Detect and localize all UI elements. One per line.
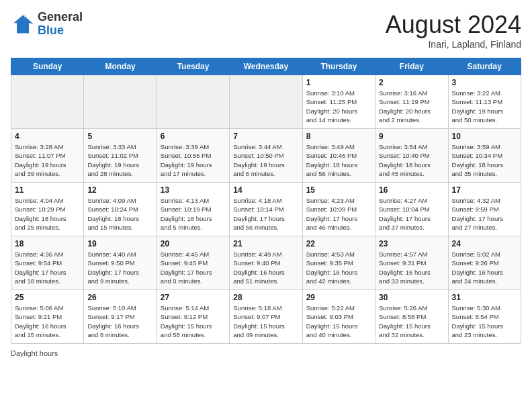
day-info: Sunrise: 5:10 AM Sunset: 9:17 PM Dayligh… xyxy=(87,304,152,339)
day-number: 8 xyxy=(306,132,371,141)
day-info: Sunrise: 4:49 AM Sunset: 9:40 PM Dayligh… xyxy=(233,250,298,285)
table-row: 24Sunrise: 5:02 AM Sunset: 9:26 PM Dayli… xyxy=(448,236,521,290)
calendar-week-row: 1Sunrise: 3:10 AM Sunset: 11:25 PM Dayli… xyxy=(11,75,521,129)
day-info: Sunrise: 4:57 AM Sunset: 9:31 PM Dayligh… xyxy=(379,250,444,285)
table-row: 29Sunrise: 5:22 AM Sunset: 9:03 PM Dayli… xyxy=(302,290,375,344)
day-number: 24 xyxy=(452,239,517,248)
day-info: Sunrise: 5:22 AM Sunset: 9:03 PM Dayligh… xyxy=(306,304,371,339)
day-info: Sunrise: 3:59 AM Sunset: 10:34 PM Daylig… xyxy=(452,142,517,178)
day-info: Sunrise: 5:14 AM Sunset: 9:12 PM Dayligh… xyxy=(161,304,226,339)
day-number: 26 xyxy=(87,293,152,302)
table-row: 12Sunrise: 4:09 AM Sunset: 10:24 PM Dayl… xyxy=(84,183,157,236)
table-row: 20Sunrise: 4:45 AM Sunset: 9:45 PM Dayli… xyxy=(157,236,229,290)
table-row: 1Sunrise: 3:10 AM Sunset: 11:25 PM Dayli… xyxy=(302,75,375,129)
day-number: 28 xyxy=(233,293,298,302)
calendar-table: Sunday Monday Tuesday Wednesday Thursday… xyxy=(11,58,521,344)
col-wednesday: Wednesday xyxy=(230,58,302,75)
day-number: 4 xyxy=(15,132,80,141)
page-header: General Blue August 2024 Inari, Lapland,… xyxy=(11,11,521,50)
col-friday: Friday xyxy=(375,58,448,75)
table-row xyxy=(230,75,302,129)
day-info: Sunrise: 4:53 AM Sunset: 9:35 PM Dayligh… xyxy=(306,250,371,285)
day-info: Sunrise: 5:30 AM Sunset: 8:54 PM Dayligh… xyxy=(452,304,517,339)
day-info: Sunrise: 3:39 AM Sunset: 10:56 PM Daylig… xyxy=(161,142,226,178)
day-number: 11 xyxy=(15,185,80,195)
day-info: Sunrise: 3:28 AM Sunset: 11:07 PM Daylig… xyxy=(15,142,80,178)
day-info: Sunrise: 3:16 AM Sunset: 11:19 PM Daylig… xyxy=(379,89,444,124)
day-info: Sunrise: 4:45 AM Sunset: 9:45 PM Dayligh… xyxy=(161,250,226,285)
day-info: Sunrise: 3:10 AM Sunset: 11:25 PM Daylig… xyxy=(306,89,371,124)
footer: Daylight hours xyxy=(11,349,521,357)
day-info: Sunrise: 5:06 AM Sunset: 9:21 PM Dayligh… xyxy=(15,304,80,339)
day-number: 15 xyxy=(306,185,371,195)
day-info: Sunrise: 4:18 AM Sunset: 10:14 PM Daylig… xyxy=(233,196,298,232)
table-row: 22Sunrise: 4:53 AM Sunset: 9:35 PM Dayli… xyxy=(302,236,375,290)
day-number: 16 xyxy=(379,185,444,195)
daylight-hours-label: Daylight hours xyxy=(11,349,58,357)
calendar-week-row: 25Sunrise: 5:06 AM Sunset: 9:21 PM Dayli… xyxy=(11,290,521,344)
month-year-title: August 2024 xyxy=(386,11,521,39)
day-number: 20 xyxy=(161,239,226,248)
table-row: 5Sunrise: 3:33 AM Sunset: 11:02 PM Dayli… xyxy=(84,129,157,183)
table-row: 16Sunrise: 4:27 AM Sunset: 10:04 PM Dayl… xyxy=(375,183,448,236)
table-row: 21Sunrise: 4:49 AM Sunset: 9:40 PM Dayli… xyxy=(230,236,302,290)
day-info: Sunrise: 4:04 AM Sunset: 10:29 PM Daylig… xyxy=(15,196,80,232)
table-row: 7Sunrise: 3:44 AM Sunset: 10:50 PM Dayli… xyxy=(230,129,302,183)
table-row: 26Sunrise: 5:10 AM Sunset: 9:17 PM Dayli… xyxy=(84,290,157,344)
table-row: 6Sunrise: 3:39 AM Sunset: 10:56 PM Dayli… xyxy=(157,129,229,183)
day-info: Sunrise: 4:36 AM Sunset: 9:54 PM Dayligh… xyxy=(15,250,80,285)
location-subtitle: Inari, Lapland, Finland xyxy=(386,39,521,50)
day-number: 7 xyxy=(233,132,298,141)
day-number: 18 xyxy=(15,239,80,248)
day-number: 5 xyxy=(87,132,152,141)
logo-general-text: General xyxy=(38,11,83,24)
col-monday: Monday xyxy=(84,58,157,75)
table-row: 14Sunrise: 4:18 AM Sunset: 10:14 PM Dayl… xyxy=(230,183,302,236)
table-row: 23Sunrise: 4:57 AM Sunset: 9:31 PM Dayli… xyxy=(375,236,448,290)
header-row: Sunday Monday Tuesday Wednesday Thursday… xyxy=(11,58,521,75)
table-row xyxy=(84,75,157,129)
table-row xyxy=(157,75,229,129)
col-sunday: Sunday xyxy=(11,58,84,75)
day-info: Sunrise: 3:44 AM Sunset: 10:50 PM Daylig… xyxy=(233,142,298,178)
day-number: 30 xyxy=(379,293,444,302)
day-info: Sunrise: 4:27 AM Sunset: 10:04 PM Daylig… xyxy=(379,196,444,232)
day-info: Sunrise: 3:54 AM Sunset: 10:40 PM Daylig… xyxy=(379,142,444,178)
table-row: 28Sunrise: 5:18 AM Sunset: 9:07 PM Dayli… xyxy=(230,290,302,344)
day-number: 6 xyxy=(161,132,226,141)
table-row: 30Sunrise: 5:26 AM Sunset: 8:58 PM Dayli… xyxy=(375,290,448,344)
day-number: 14 xyxy=(233,185,298,195)
day-info: Sunrise: 5:18 AM Sunset: 9:07 PM Dayligh… xyxy=(233,304,298,339)
table-row: 18Sunrise: 4:36 AM Sunset: 9:54 PM Dayli… xyxy=(11,236,84,290)
day-info: Sunrise: 3:22 AM Sunset: 11:13 PM Daylig… xyxy=(452,89,517,124)
table-row: 31Sunrise: 5:30 AM Sunset: 8:54 PM Dayli… xyxy=(448,290,521,344)
title-block: August 2024 Inari, Lapland, Finland xyxy=(386,11,521,50)
day-info: Sunrise: 4:23 AM Sunset: 10:09 PM Daylig… xyxy=(306,196,371,232)
table-row: 25Sunrise: 5:06 AM Sunset: 9:21 PM Dayli… xyxy=(11,290,84,344)
table-row xyxy=(11,75,84,129)
day-info: Sunrise: 5:26 AM Sunset: 8:58 PM Dayligh… xyxy=(379,304,444,339)
table-row: 17Sunrise: 4:32 AM Sunset: 9:59 PM Dayli… xyxy=(448,183,521,236)
table-row: 19Sunrise: 4:40 AM Sunset: 9:50 PM Dayli… xyxy=(84,236,157,290)
day-number: 17 xyxy=(452,185,517,195)
day-number: 19 xyxy=(87,239,152,248)
table-row: 8Sunrise: 3:49 AM Sunset: 10:45 PM Dayli… xyxy=(302,129,375,183)
day-number: 27 xyxy=(161,293,226,302)
table-row: 11Sunrise: 4:04 AM Sunset: 10:29 PM Dayl… xyxy=(11,183,84,236)
col-thursday: Thursday xyxy=(302,58,375,75)
day-number: 10 xyxy=(452,132,517,141)
day-info: Sunrise: 4:09 AM Sunset: 10:24 PM Daylig… xyxy=(87,196,152,232)
day-number: 31 xyxy=(452,293,517,302)
day-info: Sunrise: 5:02 AM Sunset: 9:26 PM Dayligh… xyxy=(452,250,517,285)
day-info: Sunrise: 4:13 AM Sunset: 10:19 PM Daylig… xyxy=(161,196,226,232)
calendar-week-row: 18Sunrise: 4:36 AM Sunset: 9:54 PM Dayli… xyxy=(11,236,521,290)
logo-icon xyxy=(11,12,35,36)
col-saturday: Saturday xyxy=(448,58,521,75)
day-number: 23 xyxy=(379,239,444,248)
day-info: Sunrise: 3:49 AM Sunset: 10:45 PM Daylig… xyxy=(306,142,371,178)
day-number: 2 xyxy=(379,78,444,87)
table-row: 3Sunrise: 3:22 AM Sunset: 11:13 PM Dayli… xyxy=(448,75,521,129)
logo: General Blue xyxy=(11,11,83,38)
col-tuesday: Tuesday xyxy=(157,58,229,75)
table-row: 9Sunrise: 3:54 AM Sunset: 10:40 PM Dayli… xyxy=(375,129,448,183)
